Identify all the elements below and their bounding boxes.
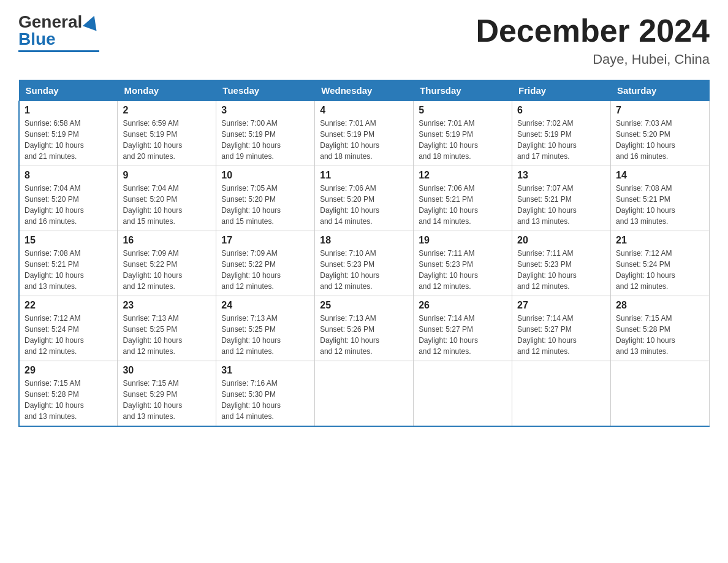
calendar-cell: 14 Sunrise: 7:08 AM Sunset: 5:21 PM Dayl…: [611, 166, 710, 231]
calendar-subtitle: Daye, Hubei, China: [476, 52, 710, 67]
day-info: Sunrise: 7:10 AM Sunset: 5:23 PM Dayligh…: [320, 248, 408, 292]
logo-underline: [18, 50, 99, 52]
day-number: 5: [419, 105, 507, 116]
day-info: Sunrise: 7:11 AM Sunset: 5:23 PM Dayligh…: [419, 248, 507, 292]
day-number: 2: [123, 105, 211, 116]
day-number: 8: [25, 170, 112, 181]
day-number: 28: [616, 300, 704, 311]
day-info: Sunrise: 7:08 AM Sunset: 5:21 PM Dayligh…: [616, 183, 704, 227]
header-saturday: Saturday: [611, 80, 710, 101]
header-monday: Monday: [118, 80, 216, 101]
day-info: Sunrise: 7:11 AM Sunset: 5:23 PM Dayligh…: [517, 248, 605, 292]
day-info: Sunrise: 7:12 AM Sunset: 5:24 PM Dayligh…: [25, 313, 112, 357]
day-number: 22: [25, 300, 112, 311]
day-info: Sunrise: 7:04 AM Sunset: 5:20 PM Dayligh…: [25, 183, 112, 227]
calendar-cell: 10 Sunrise: 7:05 AM Sunset: 5:20 PM Dayl…: [216, 166, 315, 231]
day-info: Sunrise: 7:05 AM Sunset: 5:20 PM Dayligh…: [221, 183, 309, 227]
day-number: 10: [221, 170, 309, 181]
calendar-cell: 20 Sunrise: 7:11 AM Sunset: 5:23 PM Dayl…: [512, 231, 611, 296]
day-number: 18: [320, 235, 408, 246]
day-number: 24: [221, 300, 309, 311]
day-info: Sunrise: 7:00 AM Sunset: 5:19 PM Dayligh…: [221, 118, 309, 162]
calendar-cell: [611, 361, 710, 427]
day-info: Sunrise: 7:03 AM Sunset: 5:20 PM Dayligh…: [616, 118, 704, 162]
calendar-cell: 2 Sunrise: 6:59 AM Sunset: 5:19 PM Dayli…: [118, 101, 216, 166]
day-number: 1: [25, 105, 112, 116]
day-number: 20: [517, 235, 605, 246]
day-info: Sunrise: 7:01 AM Sunset: 5:19 PM Dayligh…: [320, 118, 408, 162]
calendar-cell: 31 Sunrise: 7:16 AM Sunset: 5:30 PM Dayl…: [216, 361, 315, 427]
day-number: 26: [419, 300, 507, 311]
day-info: Sunrise: 7:02 AM Sunset: 5:19 PM Dayligh…: [517, 118, 605, 162]
calendar-cell: 3 Sunrise: 7:00 AM Sunset: 5:19 PM Dayli…: [216, 101, 315, 166]
header-sunday: Sunday: [19, 80, 118, 101]
day-info: Sunrise: 7:06 AM Sunset: 5:21 PM Dayligh…: [419, 183, 507, 227]
day-number: 11: [320, 170, 408, 181]
calendar-cell: [414, 361, 512, 427]
day-number: 21: [616, 235, 704, 246]
day-info: Sunrise: 6:58 AM Sunset: 5:19 PM Dayligh…: [25, 118, 112, 162]
calendar-row-1: 1 Sunrise: 6:58 AM Sunset: 5:19 PM Dayli…: [19, 101, 710, 166]
calendar-cell: 18 Sunrise: 7:10 AM Sunset: 5:23 PM Dayl…: [315, 231, 414, 296]
day-info: Sunrise: 7:09 AM Sunset: 5:22 PM Dayligh…: [221, 248, 309, 292]
day-number: 9: [123, 170, 211, 181]
day-number: 12: [419, 170, 507, 181]
day-number: 7: [616, 105, 704, 116]
calendar-cell: 27 Sunrise: 7:14 AM Sunset: 5:27 PM Dayl…: [512, 296, 611, 361]
day-number: 13: [517, 170, 605, 181]
calendar-cell: 30 Sunrise: 7:15 AM Sunset: 5:29 PM Dayl…: [118, 361, 216, 427]
calendar-cell: 19 Sunrise: 7:11 AM Sunset: 5:23 PM Dayl…: [414, 231, 512, 296]
day-info: Sunrise: 7:15 AM Sunset: 5:29 PM Dayligh…: [123, 378, 211, 422]
day-number: 25: [320, 300, 408, 311]
day-number: 6: [517, 105, 605, 116]
day-number: 14: [616, 170, 704, 181]
calendar-cell: [315, 361, 414, 427]
day-number: 29: [25, 365, 112, 376]
calendar-cell: 15 Sunrise: 7:08 AM Sunset: 5:21 PM Dayl…: [19, 231, 118, 296]
day-number: 27: [517, 300, 605, 311]
day-info: Sunrise: 7:13 AM Sunset: 5:25 PM Dayligh…: [123, 313, 211, 357]
day-info: Sunrise: 7:06 AM Sunset: 5:20 PM Dayligh…: [320, 183, 408, 227]
title-section: December 2024 Daye, Hubei, China: [476, 12, 710, 67]
day-info: Sunrise: 7:01 AM Sunset: 5:19 PM Dayligh…: [419, 118, 507, 162]
calendar-cell: 8 Sunrise: 7:04 AM Sunset: 5:20 PM Dayli…: [19, 166, 118, 231]
day-info: Sunrise: 7:14 AM Sunset: 5:27 PM Dayligh…: [419, 313, 507, 357]
day-info: Sunrise: 7:04 AM Sunset: 5:20 PM Dayligh…: [123, 183, 211, 227]
calendar-cell: 5 Sunrise: 7:01 AM Sunset: 5:19 PM Dayli…: [414, 101, 512, 166]
day-info: Sunrise: 7:12 AM Sunset: 5:24 PM Dayligh…: [616, 248, 704, 292]
calendar-cell: 22 Sunrise: 7:12 AM Sunset: 5:24 PM Dayl…: [19, 296, 118, 361]
calendar-cell: 1 Sunrise: 6:58 AM Sunset: 5:19 PM Dayli…: [19, 101, 118, 166]
calendar-cell: 28 Sunrise: 7:15 AM Sunset: 5:28 PM Dayl…: [611, 296, 710, 361]
header-thursday: Thursday: [414, 80, 512, 101]
calendar-row-5: 29 Sunrise: 7:15 AM Sunset: 5:28 PM Dayl…: [19, 361, 710, 427]
calendar-cell: [512, 361, 611, 427]
calendar-cell: 11 Sunrise: 7:06 AM Sunset: 5:20 PM Dayl…: [315, 166, 414, 231]
day-info: Sunrise: 7:08 AM Sunset: 5:21 PM Dayligh…: [25, 248, 112, 292]
calendar-cell: 6 Sunrise: 7:02 AM Sunset: 5:19 PM Dayli…: [512, 101, 611, 166]
day-number: 16: [123, 235, 211, 246]
calendar-cell: 7 Sunrise: 7:03 AM Sunset: 5:20 PM Dayli…: [611, 101, 710, 166]
day-info: Sunrise: 7:16 AM Sunset: 5:30 PM Dayligh…: [221, 378, 309, 422]
day-info: Sunrise: 7:15 AM Sunset: 5:28 PM Dayligh…: [616, 313, 704, 357]
calendar-cell: 23 Sunrise: 7:13 AM Sunset: 5:25 PM Dayl…: [118, 296, 216, 361]
calendar-cell: 26 Sunrise: 7:14 AM Sunset: 5:27 PM Dayl…: [414, 296, 512, 361]
day-info: Sunrise: 7:13 AM Sunset: 5:25 PM Dayligh…: [221, 313, 309, 357]
calendar-cell: 17 Sunrise: 7:09 AM Sunset: 5:22 PM Dayl…: [216, 231, 315, 296]
day-number: 19: [419, 235, 507, 246]
day-info: Sunrise: 7:07 AM Sunset: 5:21 PM Dayligh…: [517, 183, 605, 227]
day-number: 15: [25, 235, 112, 246]
calendar-cell: 29 Sunrise: 7:15 AM Sunset: 5:28 PM Dayl…: [19, 361, 118, 427]
day-number: 4: [320, 105, 408, 116]
calendar-cell: 12 Sunrise: 7:06 AM Sunset: 5:21 PM Dayl…: [414, 166, 512, 231]
day-info: Sunrise: 7:14 AM Sunset: 5:27 PM Dayligh…: [517, 313, 605, 357]
calendar-row-4: 22 Sunrise: 7:12 AM Sunset: 5:24 PM Dayl…: [19, 296, 710, 361]
calendar-header: Sunday Monday Tuesday Wednesday Thursday…: [19, 80, 710, 101]
day-info: Sunrise: 7:15 AM Sunset: 5:28 PM Dayligh…: [25, 378, 112, 422]
logo-blue-part: [82, 15, 99, 29]
page-header: General Blue December 2024 Daye, Hubei, …: [18, 12, 710, 67]
day-number: 3: [221, 105, 309, 116]
day-info: Sunrise: 7:13 AM Sunset: 5:26 PM Dayligh…: [320, 313, 408, 357]
day-number: 31: [221, 365, 309, 376]
calendar-table: Sunday Monday Tuesday Wednesday Thursday…: [18, 80, 710, 427]
calendar-row-2: 8 Sunrise: 7:04 AM Sunset: 5:20 PM Dayli…: [19, 166, 710, 231]
